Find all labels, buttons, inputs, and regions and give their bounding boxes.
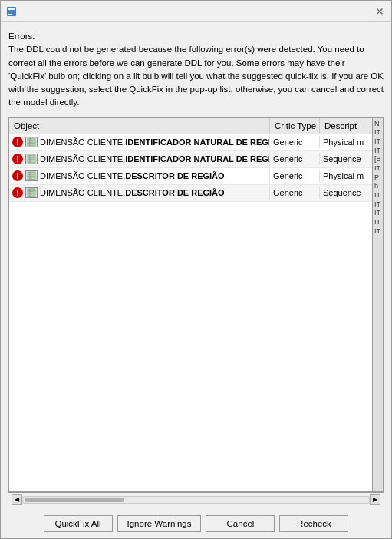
th-object: Object bbox=[9, 118, 270, 134]
errors-label: Errors: bbox=[8, 31, 35, 41]
td-critic-4: Generic bbox=[270, 187, 320, 199]
right-panel-content: N IT IT IT [B IT Ph IT IT IT IT IT bbox=[373, 118, 383, 492]
title-bar: ✕ bbox=[1, 1, 391, 22]
error-icon: ! bbox=[12, 187, 23, 198]
bottom-buttons: QuickFix All Ignore Warnings Cancel Rech… bbox=[1, 509, 391, 538]
table-icon bbox=[25, 187, 38, 198]
table-row[interactable]: ! DIMENSÃO CLIENTE.DESCRITOR DE REGIÃO bbox=[9, 185, 383, 202]
obj-bold-3: DESCRITOR DE REGIÃO bbox=[125, 171, 224, 180]
svg-rect-12 bbox=[28, 172, 35, 180]
svg-rect-3 bbox=[8, 14, 12, 15]
obj-bold-1: IDENTIFICADOR NATURAL DE REGIÃO bbox=[125, 137, 270, 147]
scrollbar-thumb[interactable] bbox=[25, 498, 124, 502]
td-critic-1: Generic bbox=[270, 136, 320, 148]
scrollbar-track[interactable] bbox=[22, 496, 370, 504]
table-header: Object Critic Type Descript bbox=[9, 118, 383, 134]
obj-prefix-4: DIMENSÃO CLIENTE. bbox=[40, 188, 125, 197]
obj-text-4: DIMENSÃO CLIENTE.DESCRITOR DE REGIÃO bbox=[40, 188, 225, 197]
td-critic-2: Generic bbox=[270, 153, 320, 165]
horizontal-scrollbar[interactable]: ◀ ▶ bbox=[8, 492, 384, 506]
svg-rect-4 bbox=[28, 138, 35, 146]
error-icon: ! bbox=[12, 137, 23, 147]
error-icon: ! bbox=[12, 154, 23, 164]
obj-bold-4: DESCRITOR DE REGIÃO bbox=[125, 188, 224, 197]
td-object-4: ! DIMENSÃO CLIENTE.DESCRITOR DE REGIÃO bbox=[9, 186, 270, 200]
ignore-warnings-button[interactable]: Ignore Warnings bbox=[117, 515, 202, 532]
td-object-2: ! DIMENSÃO CLIENTE.IDENTIFICADOR NATURAL… bbox=[9, 152, 270, 166]
table-icon bbox=[25, 154, 38, 164]
main-window: ✕ Errors: The DDL could not be generated… bbox=[0, 0, 392, 539]
td-object-1: ! DIMENSÃO CLIENTE.IDENTIFICADOR NATURAL… bbox=[9, 135, 270, 149]
table-icon bbox=[25, 170, 38, 181]
th-critic-type: Critic Type bbox=[270, 118, 320, 134]
recheck-button[interactable]: Recheck bbox=[279, 515, 348, 532]
obj-prefix-3: DIMENSÃO CLIENTE. bbox=[40, 171, 125, 180]
close-button[interactable]: ✕ bbox=[373, 5, 387, 18]
content-area: Errors: The DDL could not be generated b… bbox=[1, 22, 391, 509]
obj-text-2: DIMENSÃO CLIENTE.IDENTIFICADOR NATURAL D… bbox=[40, 154, 270, 164]
errors-table-container: Object Critic Type Descript ! bbox=[8, 117, 384, 493]
svg-rect-8 bbox=[28, 155, 35, 163]
obj-prefix-1: DIMENSÃO CLIENTE. bbox=[40, 137, 125, 147]
error-body: The DDL could not be generated because t… bbox=[8, 45, 384, 107]
table-icon bbox=[25, 137, 38, 147]
table-row[interactable]: ! DIMENSÃO CLIENTE.IDENTIFICADOR NATURAL… bbox=[9, 134, 383, 151]
obj-text-1: DIMENSÃO CLIENTE.IDENTIFICADOR NATURAL D… bbox=[40, 137, 270, 147]
error-description: Errors: The DDL could not be generated b… bbox=[8, 30, 384, 110]
right-side-panel: N IT IT IT [B IT Ph IT IT IT IT IT bbox=[372, 118, 383, 492]
obj-bold-2: IDENTIFICADOR NATURAL DE REGIÃO bbox=[125, 154, 270, 164]
table-row[interactable]: ! DIMENSÃO CLIENTE.IDENTIFICADOR NATURAL… bbox=[9, 151, 383, 168]
scroll-right-arrow[interactable]: ▶ bbox=[370, 494, 380, 505]
title-bar-left bbox=[5, 5, 18, 18]
svg-rect-2 bbox=[8, 12, 15, 12]
td-object-3: ! DIMENSÃO CLIENTE.DESCRITOR DE REGIÃO bbox=[9, 169, 270, 183]
svg-rect-1 bbox=[8, 8, 15, 10]
table-body: ! DIMENSÃO CLIENTE.IDENTIFICADOR NATURAL… bbox=[9, 134, 383, 492]
scroll-left-arrow[interactable]: ◀ bbox=[12, 494, 22, 505]
svg-rect-16 bbox=[28, 189, 35, 197]
obj-prefix-2: DIMENSÃO CLIENTE. bbox=[40, 154, 125, 164]
error-icon: ! bbox=[12, 170, 23, 181]
quickfix-all-button[interactable]: QuickFix All bbox=[44, 515, 113, 532]
obj-text-3: DIMENSÃO CLIENTE.DESCRITOR DE REGIÃO bbox=[40, 171, 225, 180]
td-critic-3: Generic bbox=[270, 170, 320, 182]
app-icon bbox=[5, 5, 18, 18]
table-row[interactable]: ! DIMENSÃO CLIENTE.DESCRITOR DE REGIÃO bbox=[9, 168, 383, 185]
cancel-button[interactable]: Cancel bbox=[206, 515, 275, 532]
